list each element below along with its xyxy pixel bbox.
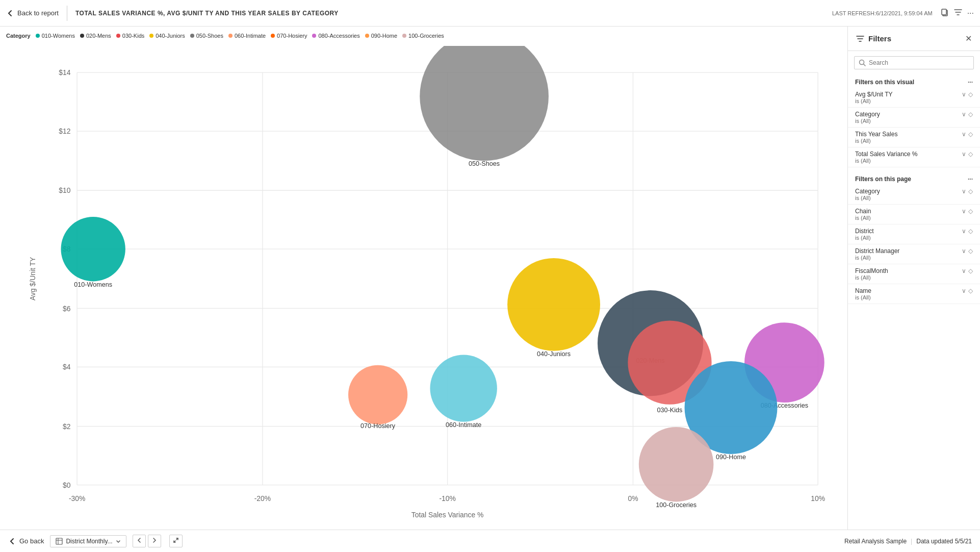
filter-expand-icon[interactable]: ∨ (962, 247, 966, 255)
filter-fiscal-month[interactable]: FiscalMonth ∨ ◇ is (All) (848, 264, 980, 284)
bubble-womens[interactable] (61, 217, 125, 281)
page-filters-more[interactable]: ··· (968, 175, 973, 183)
filter-this-year-sales[interactable]: This Year Sales ∨ ◇ is (All) (848, 128, 980, 147)
expand-button[interactable] (169, 535, 183, 547)
filter-expand-icon[interactable]: ∨ (962, 131, 966, 138)
legend-dot-hosiery (271, 34, 275, 38)
filter-search-box[interactable] (854, 56, 974, 69)
filter-clear-icon[interactable]: ◇ (968, 267, 973, 274)
filter-expand-icon[interactable]: ∨ (962, 91, 966, 98)
more-icon[interactable]: ··· (967, 9, 974, 18)
expand-icon (173, 537, 179, 543)
nav-prev-icon (136, 537, 142, 543)
legend-item-shoes: 050-Shoes (190, 33, 223, 39)
label-shoes: 050-Shoes (469, 160, 500, 167)
nav-next-icon (151, 537, 158, 543)
filter-avg-unit[interactable]: Avg $/Unit TY ∨ ◇ is (All) (848, 88, 980, 108)
visual-filters-more[interactable]: ··· (968, 79, 973, 86)
back-button[interactable]: Back to report (6, 9, 59, 17)
filters-scroll: Filters on this visual ··· Avg $/Unit TY… (848, 74, 980, 530)
filter-chain[interactable]: Chain ∨ ◇ is (All) (848, 205, 980, 224)
legend-dot-juniors (149, 34, 153, 38)
label-home: 090-Home (716, 454, 746, 461)
legend-dot-home (365, 34, 369, 38)
legend-dot-accessories (312, 34, 316, 38)
filter-clear-icon[interactable]: ◇ (968, 150, 973, 158)
filters-panel: Filters ✕ Filters on this visual ··· Avg… (847, 27, 980, 530)
filter-expand-icon[interactable]: ∨ (962, 150, 966, 158)
filters-close-button[interactable]: ✕ (965, 34, 972, 43)
svg-text:0%: 0% (628, 494, 638, 503)
filter-district-manager[interactable]: District Manager ∨ ◇ is (All) (848, 244, 980, 264)
svg-text:$6: $6 (63, 305, 71, 313)
bubble-groceries[interactable] (639, 427, 714, 502)
svg-text:-10%: -10% (439, 494, 455, 503)
filter-expand-icon[interactable]: ∨ (962, 228, 966, 235)
legend-item-groceries: 100-Groceries (402, 33, 444, 39)
filter-search-input[interactable] (869, 59, 969, 66)
svg-text:-20%: -20% (254, 494, 271, 503)
chart-area: Category 010-Womens 020-Mens 030-Kids 04… (0, 27, 847, 530)
svg-text:Total Sales Variance %: Total Sales Variance % (411, 511, 484, 518)
nav-arrows (133, 535, 161, 547)
legend-label: Category (6, 33, 31, 39)
nav-next-button[interactable] (148, 535, 161, 547)
filter-clear-icon[interactable]: ◇ (968, 247, 973, 255)
filter-category-page[interactable]: Category ∨ ◇ is (All) (848, 185, 980, 205)
svg-text:Avg $/Unit TY: Avg $/Unit TY (29, 257, 37, 300)
page-filters-section: Filters on this page ··· (848, 171, 980, 185)
last-refresh: LAST REFRESH:6/12/2021, 9:59:04 AM (832, 10, 933, 16)
filter-clear-icon[interactable]: ◇ (968, 91, 973, 98)
go-back-button[interactable]: Go back (8, 537, 44, 545)
filter-district[interactable]: District ∨ ◇ is (All) (848, 224, 980, 244)
filter-icon[interactable] (954, 8, 962, 18)
filters-title: Filters (856, 34, 891, 43)
filter-clear-icon[interactable]: ◇ (968, 131, 973, 138)
label-hosiery: 070-Hosiery (360, 422, 396, 430)
search-icon (859, 59, 866, 66)
filter-clear-icon[interactable]: ◇ (968, 287, 973, 294)
bubble-juniors[interactable] (507, 258, 600, 351)
svg-text:$12: $12 (59, 127, 70, 135)
filter-total-sales-variance[interactable]: Total Sales Variance % ∨ ◇ is (All) (848, 147, 980, 167)
svg-text:$14: $14 (59, 68, 70, 77)
label-groceries: 100-Groceries (656, 501, 697, 509)
chart-title: TOTAL SALES VARIANCE %, AVG $/UNIT TY AN… (75, 10, 824, 17)
filter-panel-icon (856, 35, 864, 43)
filter-expand-icon[interactable]: ∨ (962, 208, 966, 215)
nav-prev-button[interactable] (133, 535, 146, 547)
main-content: Category 010-Womens 020-Mens 030-Kids 04… (0, 27, 980, 530)
bubble-hosiery[interactable] (348, 365, 407, 424)
svg-text:$4: $4 (63, 363, 71, 371)
legend-item-home: 090-Home (365, 33, 397, 39)
filter-clear-icon[interactable]: ◇ (968, 228, 973, 235)
filter-category-visual[interactable]: Category ∨ ◇ is (All) (848, 108, 980, 128)
legend-dot-womens (36, 34, 40, 38)
legend: Category 010-Womens 020-Mens 030-Kids 04… (0, 31, 847, 42)
tab-district-monthly[interactable]: District Monthly... (50, 535, 126, 547)
svg-text:$10: $10 (59, 186, 70, 194)
label-kids: 030-Kids (657, 407, 683, 414)
filter-name[interactable]: Name ∨ ◇ is (All) (848, 284, 980, 304)
back-label: Back to report (17, 9, 59, 17)
tab-dropdown-icon (116, 539, 121, 544)
filter-clear-icon[interactable]: ◇ (968, 188, 973, 195)
filter-expand-icon[interactable]: ∨ (962, 188, 966, 195)
filter-clear-icon[interactable]: ◇ (968, 111, 973, 118)
legend-item-kids: 030-Kids (116, 33, 144, 39)
data-updated: Data updated 5/5/21 (916, 538, 972, 545)
bubble-intimate[interactable] (430, 355, 497, 421)
tab-icon (56, 538, 63, 545)
svg-rect-1 (942, 9, 946, 15)
legend-dot-intimate (228, 34, 233, 38)
filter-expand-icon[interactable]: ∨ (962, 111, 966, 118)
filter-clear-icon[interactable]: ◇ (968, 208, 973, 215)
bubble-shoes[interactable] (420, 46, 549, 161)
filter-expand-icon[interactable]: ∨ (962, 287, 966, 294)
bottom-bar: Go back District Monthly... Re (0, 530, 980, 552)
copy-icon[interactable] (941, 8, 949, 18)
visual-filters-section: Filters on this visual ··· (848, 74, 980, 88)
label-womens: 010-Womens (74, 281, 112, 288)
filter-expand-icon[interactable]: ∨ (962, 267, 966, 274)
go-back-arrow-icon (8, 537, 16, 545)
